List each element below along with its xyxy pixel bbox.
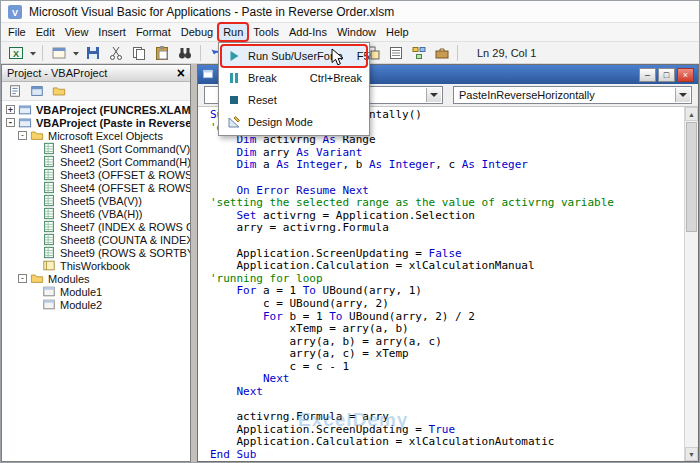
minimize-icon[interactable]: – (639, 68, 656, 82)
sheet-icon (42, 246, 57, 259)
tree-item-sheet3[interactable]: Sheet3 (OFFSET & ROWS Functio... (2, 168, 190, 181)
sheet-icon (42, 142, 57, 155)
tree-item-label: Sheet1 (Sort Command(V)) (60, 143, 190, 155)
module-icon (202, 68, 214, 82)
menu-view[interactable]: View (60, 23, 94, 41)
menu-insert[interactable]: Insert (93, 23, 131, 41)
run-menu-item-break[interactable]: BreakCtrl+Break (221, 67, 367, 89)
run-menu-item-shortcut: F5 (357, 50, 370, 62)
run-menu-item-reset[interactable]: Reset (221, 89, 367, 111)
chevron-down-icon[interactable] (426, 88, 441, 102)
run-menu-item-run-sub-userform[interactable]: Run Sub/UserFormF5 (221, 45, 367, 67)
collapse-icon[interactable]: - (18, 274, 27, 283)
tree-item-label: Sheet8 (COUNTA & INDEX Comma... (60, 234, 190, 246)
run-menu-item-design-mode[interactable]: Design Mode (221, 111, 367, 133)
dropdown-arrow-icon[interactable] (71, 43, 80, 63)
sheet-icon (42, 155, 57, 168)
view-code-icon[interactable] (6, 83, 24, 100)
find-icon[interactable] (174, 43, 195, 63)
folder-icon (30, 129, 45, 142)
project-panel-toolbar (2, 82, 190, 101)
menu-debug[interactable]: Debug (176, 23, 218, 41)
tree-item-microsoft[interactable]: -Microsoft Excel Objects (2, 129, 190, 142)
expand-icon[interactable]: + (6, 105, 15, 114)
code-editor-surface: Sub PasteInReverseHorizontally()'declari… (198, 106, 698, 461)
dropdown-arrow-icon[interactable] (28, 43, 37, 63)
code-line: Next (210, 373, 684, 386)
close-icon[interactable]: × (177, 66, 185, 80)
procedure-dropdown-value: PasteInReverseHorizontally (459, 89, 595, 101)
sheet-icon (42, 220, 57, 233)
cut-icon[interactable] (105, 43, 126, 63)
tree-item-module1[interactable]: Module1 (2, 285, 190, 298)
save-icon[interactable] (82, 43, 103, 63)
project-panel-title: Project - VBAProject (7, 67, 107, 79)
svg-text:V: V (12, 8, 18, 18)
toolbox-icon[interactable] (431, 43, 452, 63)
menu-help[interactable]: Help (381, 23, 414, 41)
tree-item-label: Sheet7 (INDEX & ROWS Comman... (60, 221, 190, 233)
menu-edit[interactable]: Edit (31, 23, 60, 41)
run-menu-item-label: Reset (248, 94, 348, 106)
tree-item-sheet9[interactable]: Sheet9 (ROWS & SORTBY Functio... (2, 246, 190, 259)
title-bar: V Microsoft Visual Basic for Application… (1, 1, 699, 23)
window-controls: – □ × (639, 68, 694, 82)
cursor-position-indicator: Ln 29, Col 1 (477, 47, 536, 59)
tree-item-module2[interactable]: Module2 (2, 298, 190, 311)
scroll-down-icon[interactable]: ▼ (685, 447, 698, 461)
tree-item-sheet4[interactable]: Sheet4 (OFFSET & ROWS Functio... (2, 181, 190, 194)
module-icon (42, 298, 57, 311)
excel-icon[interactable]: X (5, 43, 26, 63)
view-object-icon[interactable] (28, 83, 46, 100)
scroll-up-icon[interactable]: ▲ (685, 107, 698, 121)
insert-userform-icon[interactable] (48, 43, 69, 63)
reset-icon (226, 92, 242, 108)
break-icon (226, 70, 242, 86)
window-title: Microsoft Visual Basic for Applications … (29, 5, 394, 19)
copy-icon[interactable] (128, 43, 149, 63)
menu-file[interactable]: File (3, 23, 31, 41)
tree-item-vbaproject[interactable]: -VBAProject (Paste in Reverse Order... (2, 116, 190, 129)
project-panel-header[interactable]: Project - VBAProject × (2, 65, 190, 82)
tree-item-label: Module1 (60, 286, 102, 298)
object-browser-icon[interactable] (408, 43, 429, 63)
svg-text:X: X (12, 48, 18, 58)
run-icon (226, 48, 242, 64)
menu-tools[interactable]: Tools (248, 23, 284, 41)
tree-item-sheet2[interactable]: Sheet2 (Sort Command(H)) (2, 155, 190, 168)
code-line: Application.Calculation = xlCalculationA… (210, 436, 684, 449)
vba-app-icon: V (7, 4, 23, 20)
menu-format[interactable]: Format (131, 23, 176, 41)
project-icon (18, 116, 33, 129)
procedure-dropdown[interactable]: PasteInReverseHorizontally (453, 86, 692, 104)
tree-item-sheet7[interactable]: Sheet7 (INDEX & ROWS Comman... (2, 220, 190, 233)
tree-item-sheet8[interactable]: Sheet8 (COUNTA & INDEX Comma... (2, 233, 190, 246)
code-line: End Sub (210, 449, 684, 461)
tree-item-sheet1[interactable]: Sheet1 (Sort Command(V)) (2, 142, 190, 155)
vertical-scrollbar[interactable]: ▲ ▼ (684, 107, 698, 461)
menu-run[interactable]: Run (218, 23, 248, 41)
tree-item-label: Sheet9 (ROWS & SORTBY Functio... (60, 247, 190, 259)
tree-item-sheet6[interactable]: Sheet6 (VBA(H)) (2, 207, 190, 220)
menu-window[interactable]: Window (332, 23, 381, 41)
tree-item-label: Sheet4 (OFFSET & ROWS Functio... (60, 182, 190, 194)
toggle-folders-icon[interactable] (50, 83, 68, 100)
tree-item-modules[interactable]: -Modules (2, 272, 190, 285)
close-icon[interactable]: × (677, 68, 694, 82)
menu-add-ins[interactable]: Add-Ins (284, 23, 332, 41)
sheet-icon (42, 168, 57, 181)
toolbar-separator (457, 45, 458, 61)
collapse-icon[interactable]: - (18, 131, 27, 140)
paste-icon[interactable] (151, 43, 172, 63)
collapse-icon[interactable]: - (6, 118, 15, 127)
chevron-down-icon[interactable] (675, 88, 690, 102)
properties-window-icon[interactable] (385, 43, 406, 63)
tree-item-vbaproject[interactable]: +VBAProject (FUNCRES.XLAM) (2, 103, 190, 116)
maximize-icon[interactable]: □ (658, 68, 675, 82)
tree-item-thisworkbook[interactable]: ThisWorkbook (2, 259, 190, 272)
scrollbar-thumb[interactable] (686, 122, 697, 232)
tree-item-sheet5[interactable]: Sheet5 (VBA(V)) (2, 194, 190, 207)
code-editor[interactable]: Sub PasteInReverseHorizontally()'declari… (198, 107, 684, 461)
project-tree: +VBAProject (FUNCRES.XLAM)-VBAProject (P… (2, 101, 190, 461)
code-line: Dim a As Integer, b As Integer, c As Int… (210, 159, 684, 172)
